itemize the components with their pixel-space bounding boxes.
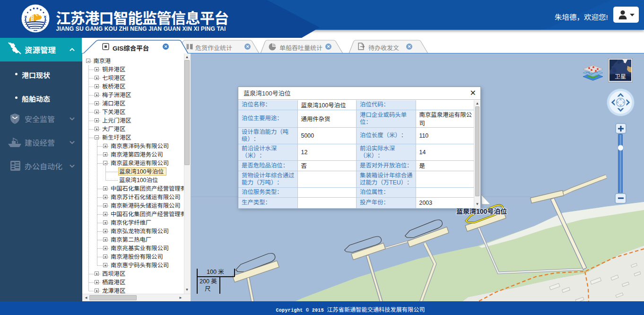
svg-text:尺: 尺 (205, 286, 211, 292)
svg-text:100 米: 100 米 (207, 269, 224, 275)
svg-text:200 英: 200 英 (200, 278, 217, 285)
svg-text:蓝泉湾100号泊位: 蓝泉湾100号泊位 (456, 208, 507, 215)
